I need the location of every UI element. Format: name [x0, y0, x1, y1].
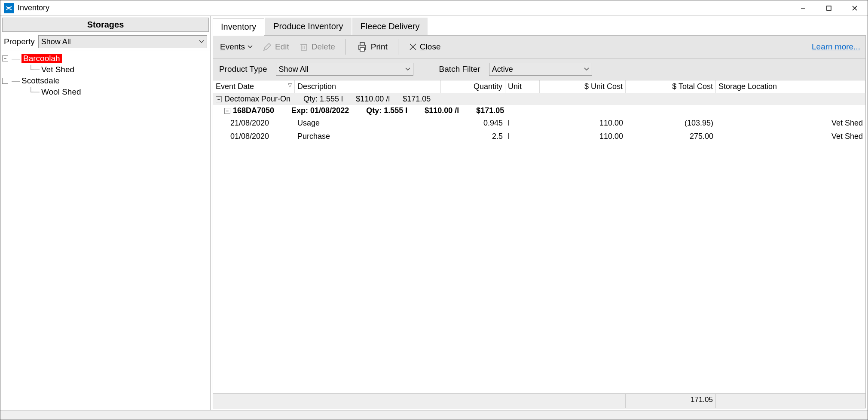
chevron-down-icon [248, 45, 253, 49]
cell-unit-cost: 110.00 [540, 118, 626, 129]
storages-tree[interactable]: − — Barcoolah └─ Vet Shed − — Scottsdale… [0, 50, 211, 410]
batch-unit-cost: $110.00 /l [425, 106, 459, 115]
product-qty: Qty: 1.555 l [303, 95, 343, 104]
cell-unit: l [505, 131, 540, 142]
cell-total-cost: (103.95) [626, 118, 716, 129]
grid-body[interactable]: − Dectomax Pour-On Qty: 1.555 l $110.00 … [213, 93, 865, 393]
inventory-grid: Event Date ▽ Description Quantity Unit $… [213, 80, 866, 408]
col-storage-location[interactable]: Storage Location [716, 80, 865, 93]
tree-node-vet-shed[interactable]: └─ Vet Shed [2, 64, 209, 75]
tree-label: Barcoolah [21, 54, 62, 63]
col-quantity[interactable]: Quantity [441, 80, 505, 93]
product-group-row[interactable]: − Dectomax Pour-On Qty: 1.555 l $110.00 … [213, 93, 865, 105]
grid-footer: 171.05 [213, 393, 865, 408]
edit-label: Edit [275, 42, 289, 52]
pencil-icon [262, 42, 272, 52]
collapse-icon[interactable]: − [224, 108, 230, 114]
sort-desc-icon: ▽ [288, 82, 292, 88]
status-bar [0, 410, 868, 420]
edit-button[interactable]: Edit [260, 41, 291, 53]
table-row[interactable]: 01/08/2020 Purchase 2.5 l 110.00 275.00 … [213, 130, 865, 143]
batch-exp: Exp: 01/08/2022 [291, 106, 349, 115]
inventory-window: Inventory Storages Property Show All [0, 0, 868, 420]
batch-total: $171.05 [476, 106, 504, 115]
tree-collapse-icon[interactable]: − [2, 78, 8, 84]
svg-rect-1 [827, 6, 831, 10]
grid-header: Event Date ▽ Description Quantity Unit $… [213, 80, 865, 93]
chevron-down-icon [575, 67, 589, 71]
filter-row: Product Type Show All Batch Filter Activ… [213, 58, 866, 80]
minimize-button[interactable] [790, 0, 816, 16]
cell-desc: Purchase [295, 131, 441, 142]
cell-total-cost: 275.00 [626, 131, 716, 142]
tab-produce-inventory[interactable]: Produce Inventory [265, 18, 351, 35]
print-button[interactable]: Print [355, 40, 389, 54]
close-icon [409, 43, 417, 51]
cell-unit-cost: 110.00 [540, 131, 626, 142]
property-label: Property [4, 37, 35, 46]
batch-filter-dropdown[interactable]: Active [489, 63, 592, 76]
print-label: Print [371, 42, 388, 52]
chevron-down-icon [190, 40, 204, 43]
cell-qty: 2.5 [441, 131, 505, 142]
learn-more-link[interactable]: Learn more... [812, 42, 860, 52]
batch-filter-value: Active [492, 65, 513, 74]
cell-desc: Usage [295, 118, 441, 129]
trash-icon [299, 42, 309, 52]
product-type-label: Product Type [219, 64, 267, 74]
chevron-down-icon [397, 67, 410, 71]
collapse-icon[interactable]: − [216, 96, 222, 102]
close-panel-button[interactable]: Close [407, 41, 443, 52]
product-total: $171.05 [403, 95, 431, 104]
footer-total: 171.05 [626, 394, 716, 408]
storages-sidebar: Storages Property Show All − — Barcoolah [0, 16, 211, 410]
table-row[interactable]: 21/08/2020 Usage 0.945 l 110.00 (103.95)… [213, 116, 865, 130]
tree-collapse-icon[interactable]: − [2, 55, 8, 61]
col-unit[interactable]: Unit [505, 80, 540, 93]
product-type-value: Show All [279, 65, 309, 74]
events-menu-button[interactable]: Events [218, 41, 254, 52]
svg-rect-9 [360, 43, 364, 45]
printer-icon [356, 41, 368, 53]
cell-storage: Vet Shed [716, 131, 865, 142]
batch-qty: Qty: 1.555 l [366, 106, 407, 115]
col-description[interactable]: Description [295, 80, 441, 93]
tree-label: Wool Shed [41, 87, 81, 97]
product-unit-cost: $110.00 /l [356, 95, 390, 104]
cell-date: 21/08/2020 [213, 118, 295, 129]
batch-filter-label: Batch Filter [439, 64, 480, 74]
tree-node-scottsdale[interactable]: − — Scottsdale [2, 75, 209, 86]
tree-node-wool-shed[interactable]: └─ Wool Shed [2, 86, 209, 98]
svg-rect-10 [360, 48, 364, 51]
delete-label: Delete [312, 42, 335, 52]
close-button[interactable] [842, 0, 868, 16]
title-bar: Inventory [0, 0, 868, 16]
tabs: Inventory Produce Inventory Fleece Deliv… [213, 18, 866, 36]
delete-button[interactable]: Delete [297, 41, 337, 53]
tree-label: Vet Shed [41, 65, 74, 74]
svg-rect-4 [301, 44, 306, 50]
tree-label: Scottsdale [21, 76, 60, 86]
tab-inventory[interactable]: Inventory [213, 18, 264, 36]
sidebar-header: Storages [2, 18, 209, 32]
batch-code: 168DA7050 [233, 106, 274, 115]
cell-qty: 0.945 [441, 118, 505, 129]
toolbar: Events Edit Delete [213, 36, 866, 58]
app-icon [4, 3, 14, 13]
property-dropdown[interactable]: Show All [38, 35, 207, 48]
cell-storage: Vet Shed [716, 118, 865, 129]
col-event-date[interactable]: Event Date ▽ [213, 80, 295, 93]
maximize-button[interactable] [816, 0, 842, 16]
cell-date: 01/08/2020 [213, 131, 295, 142]
main-panel: Inventory Produce Inventory Fleece Deliv… [211, 16, 868, 410]
property-value: Show All [41, 37, 71, 46]
product-type-dropdown[interactable]: Show All [276, 63, 413, 76]
tab-fleece-delivery[interactable]: Fleece Delivery [352, 18, 428, 35]
col-unit-cost[interactable]: $ Unit Cost [540, 80, 626, 93]
tree-node-barcoolah[interactable]: − — Barcoolah [2, 53, 209, 64]
batch-row[interactable]: − 168DA7050 Exp: 01/08/2022 Qty: 1.555 l… [213, 105, 865, 116]
cell-unit: l [505, 118, 540, 129]
window-title: Inventory [18, 3, 49, 12]
col-total-cost[interactable]: $ Total Cost [626, 80, 716, 93]
product-name: Dectomax Pour-On [224, 95, 290, 104]
